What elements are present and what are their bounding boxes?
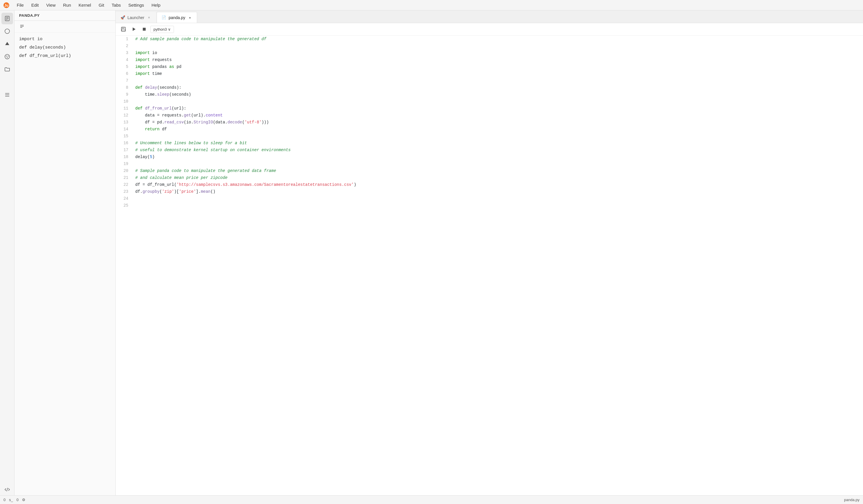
file-tree-item-import-io[interactable]: import io	[14, 35, 115, 43]
menu-file[interactable]: File	[13, 1, 27, 9]
svg-point-11	[7, 57, 8, 58]
line-number-18: 18	[116, 153, 133, 160]
sidebar-icon-git[interactable]	[1, 38, 13, 50]
menu-edit[interactable]: Edit	[28, 1, 42, 9]
run-button[interactable]	[129, 25, 138, 34]
code-line-10: 10	[116, 98, 863, 105]
status-item1: 0	[3, 497, 5, 502]
file-panel: PANDA.PY import io def delay(seconds) de…	[14, 10, 116, 495]
stop-button[interactable]	[140, 25, 149, 34]
status-item2: s_	[9, 497, 13, 502]
line-content-23[interactable]: df.groupby('zip')['price'].mean()	[133, 188, 863, 195]
icon-sidebar	[0, 10, 14, 495]
code-line-18: 18delay(5)	[116, 153, 863, 160]
tab-panda-py[interactable]: 📄 panda.py ●	[157, 12, 197, 23]
line-number-23: 23	[116, 188, 133, 195]
menu-kernel[interactable]: Kernel	[75, 1, 95, 9]
line-content-6[interactable]: import time	[133, 70, 863, 77]
line-number-4: 4	[116, 56, 133, 63]
sidebar-icon-code[interactable]	[1, 484, 13, 495]
code-line-19: 19	[116, 160, 863, 167]
line-content-2[interactable]	[133, 42, 863, 49]
line-number-8: 8	[116, 84, 133, 91]
line-number-24: 24	[116, 195, 133, 202]
line-content-1[interactable]: # Add sample panda code to manipulate th…	[133, 36, 863, 42]
line-number-7: 7	[116, 77, 133, 84]
line-number-15: 15	[116, 133, 133, 140]
line-content-17[interactable]: # useful to demonstrate kernel startup o…	[133, 147, 863, 153]
sidebar-icon-files[interactable]	[1, 13, 13, 24]
tab-panda-py-close[interactable]: ●	[188, 15, 192, 20]
code-line-23: 23df.groupby('zip')['price'].mean()	[116, 188, 863, 195]
line-content-12[interactable]: data = requests.get(url).content	[133, 112, 863, 119]
line-content-25[interactable]	[133, 202, 863, 209]
menu-settings[interactable]: Settings	[125, 1, 147, 9]
line-content-22[interactable]: df = df_from_url('http://samplecsvs.s3.a…	[133, 181, 863, 188]
sidebar-icon-running[interactable]	[1, 25, 13, 37]
file-tree-item-delay[interactable]: def delay(seconds)	[14, 43, 115, 52]
line-content-19[interactable]	[133, 160, 863, 167]
status-right: panda.py	[844, 497, 860, 502]
code-line-4: 4import requests	[116, 56, 863, 63]
line-number-3: 3	[116, 49, 133, 56]
menu-run[interactable]: Run	[60, 1, 75, 9]
line-number-19: 19	[116, 160, 133, 167]
kernel-arrow-icon: ∨	[168, 27, 171, 32]
line-content-3[interactable]: import io	[133, 49, 863, 56]
code-line-16: 16# Uncomment the lines below to sleep f…	[116, 140, 863, 147]
svg-point-10	[8, 56, 8, 56]
line-content-16[interactable]: # Uncomment the lines below to sleep for…	[133, 140, 863, 147]
line-content-20[interactable]: # Sample panda code to manipulate the ge…	[133, 167, 863, 174]
tab-launcher-close[interactable]: ×	[147, 15, 151, 20]
line-content-8[interactable]: def delay(seconds):	[133, 84, 863, 91]
code-line-22: 22df = df_from_url('http://samplecsvs.s3…	[116, 181, 863, 188]
app-logo: Ju	[2, 1, 10, 9]
code-line-3: 3import io	[116, 49, 863, 56]
kernel-label: python3	[153, 27, 167, 32]
notebook-toolbar: python3 ∨	[116, 23, 863, 36]
outline-icon[interactable]	[18, 23, 26, 30]
status-filename: panda.py	[844, 497, 860, 502]
code-area[interactable]: 1# Add sample panda code to manipulate t…	[116, 36, 863, 495]
line-content-24[interactable]	[133, 195, 863, 202]
menu-help[interactable]: Help	[148, 1, 164, 9]
line-content-4[interactable]: import requests	[133, 56, 863, 63]
line-content-10[interactable]	[133, 98, 863, 105]
line-number-12: 12	[116, 112, 133, 119]
kernel-selector[interactable]: python3 ∨	[150, 26, 174, 33]
svg-rect-23	[143, 28, 146, 30]
line-content-15[interactable]	[133, 133, 863, 140]
file-tree-item-df-from-url[interactable]: def df_from_url(url)	[14, 52, 115, 60]
line-number-1: 1	[116, 36, 133, 42]
line-content-9[interactable]: time.sleep(seconds)	[133, 91, 863, 98]
sidebar-icon-palette[interactable]	[1, 51, 13, 62]
line-content-7[interactable]	[133, 77, 863, 84]
code-line-8: 8def delay(seconds):	[116, 84, 863, 91]
svg-text:Ju: Ju	[4, 3, 8, 8]
sidebar-icon-folder[interactable]	[1, 64, 13, 75]
line-content-11[interactable]: def df_from_url(url):	[133, 105, 863, 112]
save-button[interactable]	[119, 25, 128, 34]
sidebar-icon-list[interactable]	[1, 89, 13, 101]
status-settings-icon[interactable]: ⚙	[22, 497, 25, 502]
svg-marker-22	[133, 27, 136, 31]
tab-bar: 🚀 Launcher × 📄 panda.py ●	[116, 10, 863, 23]
menu-git[interactable]: Git	[95, 1, 108, 9]
line-content-14[interactable]: return df	[133, 126, 863, 133]
tab-launcher-label: Launcher	[127, 15, 144, 20]
tab-launcher[interactable]: 🚀 Launcher ×	[116, 12, 156, 23]
menu-tabs[interactable]: Tabs	[108, 1, 124, 9]
code-line-6: 6import time	[116, 70, 863, 77]
line-number-21: 21	[116, 174, 133, 181]
code-line-15: 15	[116, 133, 863, 140]
line-number-11: 11	[116, 105, 133, 112]
menu-view[interactable]: View	[43, 1, 59, 9]
code-line-11: 11def df_from_url(url):	[116, 105, 863, 112]
svg-point-6	[5, 29, 10, 34]
line-content-18[interactable]: delay(5)	[133, 153, 863, 160]
line-number-25: 25	[116, 202, 133, 209]
line-content-21[interactable]: # and calculate mean price per zipcode	[133, 174, 863, 181]
line-content-13[interactable]: df = pd.read_csv(io.StringIO(data.decode…	[133, 119, 863, 126]
main-container: PANDA.PY import io def delay(seconds) de…	[0, 10, 863, 495]
line-content-5[interactable]: import pandas as pd	[133, 63, 863, 70]
